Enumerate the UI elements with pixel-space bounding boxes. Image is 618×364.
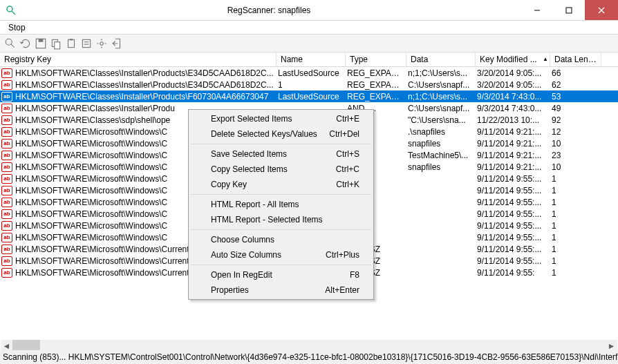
exit-icon[interactable]	[111, 37, 123, 50]
cell-length: 1	[550, 174, 601, 184]
cell-length: 23	[550, 151, 601, 160]
cell-modified: 9/3/2014 7:43:0...	[476, 104, 550, 113]
cell-modified: 9/11/2014 9:55:...	[476, 233, 550, 242]
statusbar: Scanning (853)... HKLM\SYSTEM\ControlSet…	[0, 350, 618, 364]
cell-modified: 11/22/2013 10:...	[476, 115, 550, 125]
context-menu-label: Save Selected Items	[211, 149, 287, 159]
cell-length: 92	[550, 115, 601, 125]
cell-length: 1	[550, 233, 601, 242]
col-header-modified-label: Key Modified ...	[480, 55, 537, 64]
svg-point-17	[100, 41, 104, 45]
cell-modified: 9/11/2014 9:21:...	[476, 151, 550, 160]
properties-icon[interactable]	[80, 37, 93, 50]
string-value-icon: ab	[1, 268, 12, 278]
cell-length: 1	[550, 221, 601, 231]
statusbar-text: Scanning (853)... HKLM\SYSTEM\ControlSet…	[3, 352, 617, 362]
cell-modified: 3/20/2014 9:05:...	[476, 80, 550, 90]
cell-length: 1	[550, 256, 601, 266]
cell-modified: 9/11/2014 9:21:...	[476, 127, 550, 137]
refresh-icon[interactable]	[19, 37, 32, 50]
cell-key: HKLM\SOFTWARE\Classes\Installer\Products…	[14, 68, 277, 78]
context-menu-item[interactable]: HTML Report - Selected Items	[190, 212, 372, 227]
cell-length: 12	[550, 127, 601, 137]
context-menu-item[interactable]: Save Selected ItemsCtrl+S	[190, 146, 372, 162]
col-header-key[interactable]: Registry Key	[0, 52, 277, 66]
maximize-button[interactable]	[553, 0, 585, 20]
svg-rect-14	[82, 39, 90, 47]
cell-data: snapfiles	[406, 162, 476, 172]
context-menu-shortcut: Ctrl+E	[336, 114, 359, 124]
cell-modified: 9/11/2014 9:55:	[476, 268, 550, 278]
sort-indicator-icon: ▲	[543, 56, 548, 62]
string-value-icon: ab	[1, 127, 12, 137]
cell-modified: 9/11/2014 9:21:...	[476, 162, 550, 172]
string-value-icon: ab	[1, 104, 12, 113]
string-value-icon: ab	[1, 162, 12, 172]
context-menu-item[interactable]: Delete Selected Keys/ValuesCtrl+Del	[190, 126, 372, 142]
svg-rect-3	[566, 8, 572, 13]
svg-rect-11	[55, 41, 60, 48]
svg-line-1	[12, 11, 15, 15]
tool-icon-1[interactable]	[4, 37, 17, 50]
table-header: Registry Key Name Type Data Key Modified…	[0, 52, 618, 67]
cell-length: 49	[550, 104, 601, 113]
string-value-icon: ab	[1, 186, 12, 195]
app-icon	[6, 5, 17, 16]
context-menu-separator	[191, 194, 371, 195]
copy-icon[interactable]	[50, 37, 62, 50]
string-value-icon: ab	[1, 245, 12, 254]
save-icon[interactable]	[35, 37, 47, 50]
cell-length: 1	[550, 209, 601, 219]
cell-data: n;1;C:\Users\s...	[406, 68, 476, 78]
window-title: RegScanner: snapfiles	[17, 6, 521, 15]
context-menu-item[interactable]: PropertiesAlt+Enter	[190, 282, 372, 298]
cell-type: REG_EXPAND_...	[346, 80, 406, 90]
context-menu-shortcut: Ctrl+C	[336, 164, 359, 174]
context-menu-label: Open In RegEdit	[211, 270, 272, 280]
string-value-icon: ab	[1, 151, 12, 160]
cell-length: 62	[550, 80, 601, 90]
string-value-icon: ab	[1, 115, 12, 125]
col-header-length[interactable]: Data Length	[550, 52, 601, 66]
table-row[interactable]: abHKLM\SOFTWARE\Classes\Installer\Produc…	[0, 79, 618, 90]
context-menu-item[interactable]: Copy Selected ItemsCtrl+C	[190, 162, 372, 177]
context-menu-label: Export Selected Items	[211, 114, 292, 124]
cell-length: 66	[550, 68, 601, 78]
col-header-name[interactable]: Name	[277, 52, 346, 66]
cell-length: 10	[550, 162, 601, 172]
context-menu-item[interactable]: Auto Size ColumnsCtrl+Plus	[190, 247, 372, 262]
string-value-icon: ab	[1, 139, 12, 149]
table-row[interactable]: abHKLM\SOFTWARE\Classes\Installer\Produc…	[0, 67, 618, 79]
table-row[interactable]: abHKLM\SOFTWARE\Classes\Installer\Produc…	[0, 90, 618, 102]
cell-data: C:\Users\snapf...	[406, 104, 476, 113]
context-menu-separator	[191, 144, 371, 144]
context-menu-shortcut: Ctrl+Plus	[326, 250, 359, 260]
cell-modified: 9/11/2014 9:55:...	[476, 245, 550, 254]
menu-stop[interactable]: Stop	[4, 21, 30, 34]
cell-modified: 9/11/2014 9:55:...	[476, 174, 550, 184]
string-value-icon: ab	[1, 198, 12, 207]
clipboard-icon[interactable]	[65, 37, 77, 50]
col-header-modified[interactable]: Key Modified ...▲	[476, 52, 550, 66]
titlebar: RegScanner: snapfiles	[0, 0, 618, 21]
cell-name: 1	[277, 80, 346, 90]
context-menu-item[interactable]: Export Selected ItemsCtrl+E	[190, 111, 372, 126]
cell-modified: 9/11/2014 9:55:...	[476, 209, 550, 219]
minimize-button[interactable]	[521, 0, 553, 20]
col-header-type[interactable]: Type	[346, 52, 406, 66]
context-menu-item[interactable]: HTML Report - All Items	[190, 197, 372, 212]
context-menu-item[interactable]: Open In RegEditF8	[190, 267, 372, 282]
col-header-data[interactable]: Data	[406, 52, 476, 66]
svg-line-7	[11, 44, 15, 48]
cell-length: 1	[550, 186, 601, 195]
cell-length: 10	[550, 139, 601, 149]
context-menu-item[interactable]: Choose Columns	[190, 232, 372, 247]
context-menu-item[interactable]: Copy KeyCtrl+K	[190, 177, 372, 192]
close-button[interactable]	[585, 0, 618, 20]
svg-point-6	[6, 39, 12, 45]
options-icon[interactable]	[95, 37, 108, 50]
cell-modified: 9/11/2014 9:21:...	[476, 139, 550, 149]
context-menu-label: Copy Key	[211, 180, 247, 189]
cell-key: HKLM\SOFTWARE\Classes\Installer\Products…	[14, 92, 277, 102]
cell-data: n;1;C:\Users\s...	[406, 92, 476, 102]
